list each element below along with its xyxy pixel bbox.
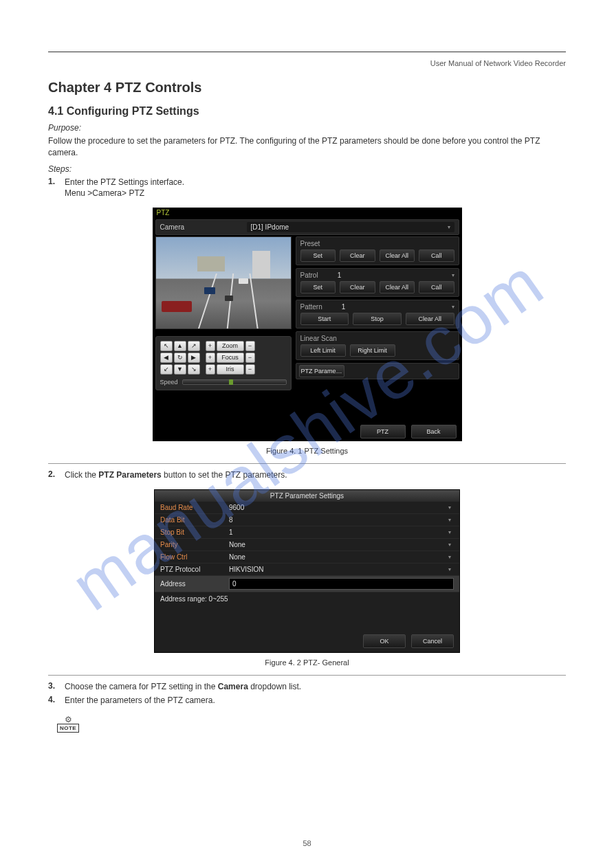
address-input[interactable]: 0 <box>229 578 454 590</box>
cancel-button[interactable]: Cancel <box>411 634 454 648</box>
preset-set-button[interactable]: Set <box>300 249 336 262</box>
step4-text: Enter the parameters of the PTZ camera. <box>65 695 566 706</box>
preset-clearall-button[interactable]: Clear All <box>380 249 415 262</box>
arrow-down-button[interactable]: ▼ <box>174 364 186 375</box>
camera-preview <box>155 236 292 329</box>
param-window-title: PTZ Parameter Settings <box>155 490 459 502</box>
step3-text-b: Camera <box>218 682 248 691</box>
patrol-call-button[interactable]: Call <box>419 281 454 293</box>
chevron-down-icon: ▾ <box>448 554 451 560</box>
page-number: 58 <box>0 839 614 847</box>
address-label: Address <box>160 580 229 588</box>
patrol-label: Patrol <box>300 271 318 279</box>
focus-label: Focus <box>217 353 244 363</box>
focus-minus-button[interactable]: − <box>245 353 255 363</box>
ptz-protocol-label: PTZ Protocol <box>160 566 229 573</box>
address-range-hint: Address range: 0~255 <box>155 592 459 605</box>
preset-call-button[interactable]: Call <box>419 249 454 262</box>
arrow-down-right-button[interactable]: ↘ <box>188 364 200 375</box>
pattern-value[interactable]: 1 <box>342 303 446 311</box>
preset-clear-button[interactable]: Clear <box>340 249 375 262</box>
zoom-minus-button[interactable]: − <box>245 341 255 351</box>
arrow-down-left-button[interactable]: ↙ <box>160 364 173 375</box>
focus-plus-button[interactable]: + <box>206 353 215 363</box>
patrol-clearall-button[interactable]: Clear All <box>380 281 415 293</box>
ok-button[interactable]: OK <box>363 634 406 648</box>
ptz-footer-back-button[interactable]: Back <box>411 425 457 438</box>
chevron-down-icon: ▾ <box>448 224 450 230</box>
auto-pan-button[interactable]: ↻ <box>174 353 186 363</box>
flow-ctrl-dropdown[interactable]: None▾ <box>229 553 454 561</box>
baud-rate-label: Baud Rate <box>160 504 229 511</box>
chevron-down-icon: ▾ <box>448 566 451 572</box>
arrow-up-button[interactable]: ▲ <box>174 341 186 351</box>
chevron-down-icon: ▾ <box>452 272 454 278</box>
iris-minus-button[interactable]: − <box>245 364 255 375</box>
data-bit-dropdown[interactable]: 8▾ <box>229 516 454 524</box>
figure2-caption: Figure 4. 2 PTZ- General <box>48 658 566 667</box>
arrow-up-right-button[interactable]: ↗ <box>188 341 200 351</box>
chapter-title: Chapter 4 PTZ Controls <box>48 80 566 96</box>
chevron-down-icon: ▾ <box>448 504 451 511</box>
patrol-set-button[interactable]: Set <box>300 281 336 293</box>
patrol-value[interactable]: 1 <box>338 271 446 279</box>
patrol-clear-button[interactable]: Clear <box>340 281 375 293</box>
ptz-direction-controls: ↖ ▲ ↗ + Zoom − ◀ ↻ ▶ + Focus <box>155 336 292 390</box>
pattern-start-button[interactable]: Start <box>300 313 349 325</box>
step-number: 2. <box>48 469 58 481</box>
purpose-label: Purpose: <box>48 123 566 133</box>
data-bit-label: Data Bit <box>160 516 229 524</box>
chevron-down-icon: ▾ <box>448 542 451 548</box>
ptz-footer-ptz-button[interactable]: PTZ <box>360 425 406 438</box>
left-limit-button[interactable]: Left Limit <box>300 344 346 357</box>
chevron-down-icon: ▾ <box>448 529 451 535</box>
ptz-settings-screenshot: PTZ Camera [D1] IPdome ▾ <box>153 208 462 441</box>
arrow-left-button[interactable]: ◀ <box>160 353 173 363</box>
step2-text-b: PTZ Parameters <box>98 470 161 480</box>
step2-text-c: button to set the PTZ parameters. <box>162 470 287 480</box>
note-label: NOTE <box>57 724 79 733</box>
note-icon: ⚙ NOTE <box>55 711 81 733</box>
iris-label: Iris <box>217 364 244 375</box>
page-header: User Manual of Network Video Recorder <box>48 59 566 67</box>
step3-text-c: dropdown list. <box>248 682 301 691</box>
step-number: 3. <box>48 681 58 693</box>
right-limit-button[interactable]: Right Limit <box>350 344 395 357</box>
parity-label: Parity <box>160 541 229 548</box>
ptz-window-title: PTZ <box>153 208 462 218</box>
step-number: 1. <box>48 177 58 200</box>
step1-text: Enter the PTZ Settings interface. <box>65 177 184 187</box>
steps-label: Steps: <box>48 164 566 174</box>
speed-slider[interactable] <box>182 379 287 385</box>
linearscan-label: Linear Scan <box>300 335 337 342</box>
zoom-label: Zoom <box>217 341 244 351</box>
pattern-stop-button[interactable]: Stop <box>353 313 402 325</box>
ptz-protocol-dropdown[interactable]: HIKVISION▾ <box>229 566 454 573</box>
arrow-up-left-button[interactable]: ↖ <box>160 341 173 351</box>
zoom-plus-button[interactable]: + <box>206 341 215 351</box>
divider <box>48 463 566 464</box>
step2-text-a: Click the <box>65 470 98 480</box>
step1-path: Menu >Camera> PTZ <box>65 188 144 198</box>
stop-bit-dropdown[interactable]: 1▾ <box>229 528 454 536</box>
stop-bit-label: Stop Bit <box>160 528 229 536</box>
speed-label: Speed <box>160 379 178 386</box>
baud-rate-dropdown[interactable]: 9600▾ <box>229 504 454 511</box>
preset-label: Preset <box>300 240 320 247</box>
purpose-text: Follow the procedure to set the paramete… <box>48 135 566 159</box>
iris-plus-button[interactable]: + <box>206 364 215 375</box>
camera-dropdown[interactable]: [D1] IPdome ▾ <box>247 222 454 232</box>
parity-dropdown[interactable]: None▾ <box>229 541 454 548</box>
section-title: 4.1 Configuring PTZ Settings <box>48 105 566 118</box>
camera-label: Camera <box>160 223 243 231</box>
ptz-parameter-settings-screenshot: PTZ Parameter Settings Baud Rate 9600▾ D… <box>154 489 460 653</box>
flow-ctrl-label: Flow Ctrl <box>160 553 229 561</box>
pattern-clearall-button[interactable]: Clear All <box>406 313 454 325</box>
arrow-right-button[interactable]: ▶ <box>188 353 200 363</box>
pattern-label: Pattern <box>300 303 322 311</box>
chevron-down-icon: ▾ <box>448 517 451 523</box>
step-number: 4. <box>48 695 58 706</box>
divider <box>48 675 566 676</box>
ptz-parameters-button[interactable]: PTZ Parame… <box>299 365 344 377</box>
figure1-caption: Figure 4. 1 PTZ Settings <box>48 447 566 455</box>
